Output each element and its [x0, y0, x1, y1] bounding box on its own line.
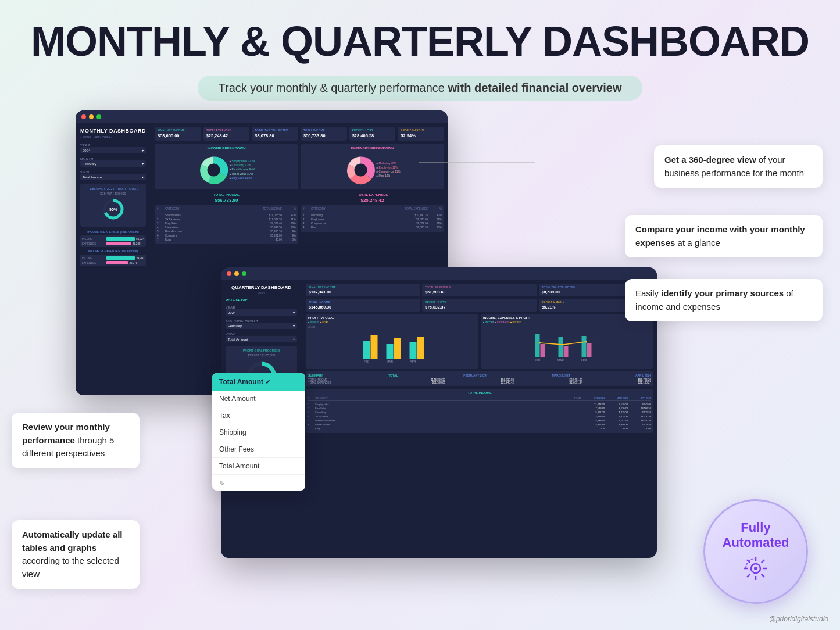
- svg-point-41: [754, 567, 757, 570]
- close-dot-q: [227, 271, 231, 276]
- month-value[interactable]: February ▾: [80, 160, 146, 167]
- income-row: 1Shopify sales$21,078.5037%: [157, 213, 296, 217]
- expenses-breakdown-chart: EXPENSES BREAKDOWN ■ Marketing 40%: [301, 144, 444, 189]
- dropdown-option-tax[interactable]: Tax: [212, 407, 305, 424]
- profit-vs-goal-chart: PROFIT vs GOAL ■ PROFIT ■ GOAL 40,000: [306, 314, 478, 369]
- profit-goal-amount: $28,407 / $30,000: [84, 192, 142, 195]
- q-income-row: 4 TikTok views ... 12,009.30 1,419.00 11…: [308, 414, 651, 418]
- expense-row: 1Marketing$10,190.7640%: [303, 213, 442, 217]
- income-table: # CATEGORY TOTAL INCOME % 1Shopify sales…: [155, 205, 298, 244]
- q-starting-month-value[interactable]: February▾: [226, 323, 297, 329]
- fully-automated-text: Fully Automated: [723, 520, 789, 551]
- monthly-title: MONTHLY DASHBOARD: [80, 128, 146, 134]
- profit-goal-box: FEBRUARY 2024 PROFIT GOAL $28,407 / $30,…: [80, 184, 146, 227]
- q-view-value[interactable]: Total Amount▾: [226, 336, 297, 342]
- quarterly-title-bar: [221, 267, 657, 280]
- income-row: 5Rental income$5,356.109%: [157, 230, 296, 234]
- svg-rect-19: [410, 342, 417, 359]
- dropdown-selected-item[interactable]: Total Amount ✓: [212, 373, 305, 391]
- expand-dot: [96, 114, 101, 119]
- income-row: 7Ebay$0.000%: [157, 238, 296, 242]
- expand-dot-q: [242, 271, 246, 276]
- expenses-pie: ■ Marketing 40% ■ Employees 11% ■ Compan…: [303, 152, 442, 187]
- q-kpi-row2: TOTAL INCOME $145,860.30 PROFIT / LOSS $…: [306, 299, 653, 312]
- year-field: YEAR 2024 ▾: [80, 144, 146, 153]
- q-income-row: 7 Ebay ... 0.00 0.00 0.00: [308, 427, 651, 431]
- expenses-breakdown-title: EXPENSES BREAKDOWN: [303, 146, 442, 150]
- subtitle-text: Track your monthly & quarterly performan…: [198, 76, 643, 101]
- callout-identify-sources: Easily identify your primary sources of …: [625, 279, 823, 321]
- minimize-dot: [89, 114, 94, 119]
- q-income-row: 2 Etsy Sales ... 7,529.40 4,630.70 14,56…: [308, 406, 651, 410]
- income-table-section: TOTAL INCOME $56,733.80 # CATEGORY TOTAL…: [155, 193, 298, 244]
- kpi-tax: TOTAL TAX COLLECTED $3,078.80: [252, 127, 298, 141]
- dropdown-option-total[interactable]: Total Amount: [212, 458, 305, 475]
- q-year-field: YEAR 2024▾: [226, 306, 297, 316]
- callout-compare-income: Compare your income with your monthly ex…: [625, 215, 823, 257]
- date-setup-title: DATE SETUP: [226, 298, 297, 303]
- expense-table-section: TOTAL EXPENSES $25,248.42 # CATEGORY TOT…: [301, 193, 444, 244]
- profit-goal-progress-title: PROFIT GOAL PROGRESS: [228, 349, 294, 352]
- svg-rect-29: [559, 337, 563, 357]
- title-bar: [76, 110, 448, 123]
- svg-rect-31: [541, 344, 545, 357]
- q-year-value[interactable]: 2024▾: [226, 309, 297, 316]
- view-dropdown[interactable]: Total Amount ✓ Net Amount Tax Shipping O…: [212, 373, 305, 491]
- income-breakdown-chart: INCOME BREAKDOWN ■ Shopify sale: [155, 144, 298, 189]
- minimize-dot-q: [234, 271, 239, 276]
- q-kpi-expenses: TOTAL EXPENSES $61,508.63: [422, 284, 537, 296]
- watermark: @prioridigitalstudio: [769, 615, 828, 623]
- kpi-margin: PROFIT MARGIN 52.94%: [398, 127, 444, 141]
- callout-360-view: Get a 360-degree view of your business p…: [654, 145, 823, 188]
- quarterly-title: QUARTERLY DASHBOARD: [226, 285, 297, 290]
- quarterly-subtitle: - 2024 -: [226, 291, 297, 295]
- fa-circle: Fully Automated: [703, 499, 808, 604]
- kpi-net-income: FINAL NET INCOME $53,655.00: [155, 127, 201, 141]
- svg-line-48: [762, 560, 764, 563]
- svg-text:FEB: FEB: [364, 360, 370, 363]
- q-income-row: 1 Shopify sales ... 21,078.50 7,570.00 4…: [308, 402, 651, 406]
- svg-text:APR: APR: [581, 359, 587, 362]
- svg-text:APR: APR: [410, 360, 416, 363]
- income-table-header: # CATEGORY TOTAL INCOME %: [157, 207, 296, 212]
- income-vs-expenses-net: INCOME vs EXPENSES (Net Amount) INCOME 3…: [80, 249, 146, 266]
- svg-text:MAR: MAR: [557, 359, 564, 362]
- income-row: 4Interest inv.$5,499.5010%: [157, 225, 296, 230]
- svg-rect-33: [587, 343, 592, 357]
- q-income-row: 3 Consulting ... 5,261.00 1,419.00 6,515…: [308, 410, 651, 414]
- close-dot: [81, 114, 86, 119]
- expense-table: # CATEGORY TOTAL EXPENSES % 1Marketing$1…: [301, 205, 444, 232]
- quarterly-main: FINAL NET INCOME $137,341.00 TOTAL EXPEN…: [302, 280, 657, 558]
- profit-goal-progress-value: $75,832 / $105,000: [228, 353, 294, 357]
- kpi-profit: PROFIT / LOSS $28,406.58: [349, 127, 396, 141]
- month-field: MONTH February ▾: [80, 157, 146, 167]
- dropdown-option-net[interactable]: Net Amount: [212, 391, 305, 407]
- profit-goal-title: FEBRUARY 2024 PROFIT GOAL: [84, 187, 142, 191]
- dropdown-option-shipping[interactable]: Shipping: [212, 424, 305, 441]
- q-kpi-net: FINAL NET INCOME $137,341.00: [306, 284, 420, 296]
- q-kpi-row: FINAL NET INCOME $137,341.00 TOTAL EXPEN…: [306, 284, 653, 296]
- svg-text:MAR: MAR: [387, 360, 394, 363]
- expense-row: 3Company car$2,823.9411%: [303, 221, 442, 225]
- kpi-expenses: TOTAL EXPENSES $25,248.42: [203, 127, 250, 141]
- charts-row: INCOME BREAKDOWN ■ Shopify sale: [155, 144, 444, 189]
- svg-rect-18: [394, 338, 401, 359]
- svg-text:95%: 95%: [109, 207, 117, 212]
- gear-icon: [741, 554, 770, 583]
- expense-table-header: # CATEGORY TOTAL EXPENSES %: [303, 207, 442, 212]
- view-value[interactable]: Total Amount ▾: [80, 174, 146, 180]
- svg-line-49: [747, 574, 750, 577]
- income-row: 2TikTok views$12,009.3021%: [157, 217, 296, 221]
- dropdown-option-fees[interactable]: Other Fees: [212, 441, 305, 458]
- year-value[interactable]: 2024 ▾: [80, 147, 146, 153]
- view-field: VIEW Total Amount ▾: [80, 170, 146, 180]
- income-expenses-profit-chart: INCOME, EXPENSES & PROFIT ■ INCOME ■ EXP…: [481, 314, 653, 369]
- svg-text:FEB: FEB: [535, 359, 541, 362]
- dropdown-edit-icon: ✎: [212, 475, 305, 491]
- q-total-income-header: # CATEGORY TOTAL FEB 2024 MAR 2024 APR 2…: [308, 396, 651, 401]
- svg-rect-30: [582, 336, 587, 357]
- svg-point-6: [354, 163, 367, 176]
- svg-rect-15: [363, 341, 370, 359]
- monthly-sidebar: MONTHLY DASHBOARD - FEBRUARY 2024 - YEAR…: [76, 123, 151, 395]
- tables-section: TOTAL INCOME $56,733.80 # CATEGORY TOTAL…: [155, 193, 444, 244]
